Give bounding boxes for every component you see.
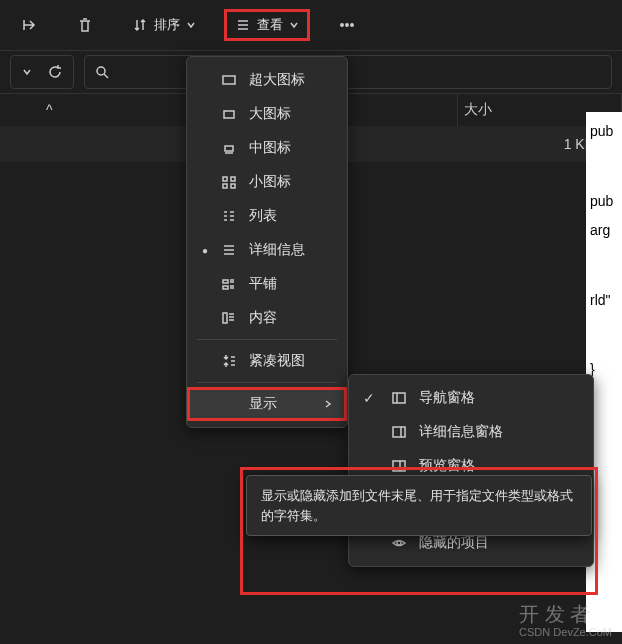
share-icon (20, 16, 38, 34)
svg-rect-4 (223, 76, 235, 84)
svg-rect-16 (393, 461, 405, 471)
svg-rect-14 (393, 393, 405, 403)
menu-separator (197, 339, 337, 340)
sort-label: 排序 (154, 16, 180, 34)
svg-point-2 (351, 24, 353, 26)
search-box[interactable] (84, 55, 612, 89)
chevron-down-icon (289, 20, 299, 30)
content-icon (221, 310, 237, 326)
chevron-down-icon (186, 20, 196, 30)
menu-large-icons[interactable]: 大图标 (187, 97, 347, 131)
col-size-label: 大小 (464, 101, 492, 119)
svg-rect-6 (225, 146, 233, 151)
list-icon (235, 17, 251, 33)
chevron-down-icon (21, 66, 33, 78)
menu-compact[interactable]: 紧凑视图 (187, 344, 347, 378)
sort-button[interactable]: 排序 (122, 10, 206, 40)
menu-extra-large-icons[interactable]: 超大图标 (187, 63, 347, 97)
svg-point-1 (346, 24, 348, 26)
svg-rect-13 (223, 313, 227, 323)
preview-pane-icon (391, 458, 407, 474)
svg-rect-12 (223, 286, 228, 289)
svg-rect-9 (223, 184, 227, 188)
svg-point-17 (397, 541, 401, 545)
small-icon (221, 174, 237, 190)
menu-medium-icons[interactable]: 中图标 (187, 131, 347, 165)
watermark: 开 发 者 CSDN DevZe.CoM (519, 601, 612, 638)
svg-rect-7 (223, 177, 227, 181)
view-label: 查看 (257, 16, 283, 34)
sort-icon (132, 17, 148, 33)
details-icon (221, 242, 237, 258)
tooltip: 显示或隐藏添加到文件末尾、用于指定文件类型或格式的字符集。 (246, 475, 592, 536)
refresh-icon[interactable] (47, 64, 63, 80)
display-submenu: ✓ 导航窗格 详细信息窗格 预览窗格 ✓ 文件扩展名 隐藏的项目 (348, 374, 594, 567)
chevron-right-icon (323, 399, 333, 409)
more-button[interactable] (328, 10, 366, 40)
svg-rect-8 (231, 177, 235, 181)
svg-point-0 (341, 24, 343, 26)
svg-rect-15 (393, 427, 405, 437)
svg-point-3 (97, 67, 105, 75)
menu-small-icons[interactable]: 小图标 (187, 165, 347, 199)
medium-icon (221, 140, 237, 156)
submenu-nav-pane[interactable]: ✓ 导航窗格 (349, 381, 593, 415)
extra-large-icon (221, 72, 237, 88)
nav-pane-icon (391, 390, 407, 406)
more-icon (338, 16, 356, 34)
menu-content[interactable]: 内容 (187, 301, 347, 335)
submenu-details-pane[interactable]: 详细信息窗格 (349, 415, 593, 449)
search-icon (95, 65, 109, 79)
svg-rect-5 (224, 111, 234, 118)
breadcrumb-segment[interactable] (10, 55, 74, 89)
view-menu: 超大图标 大图标 中图标 小图标 列表 ● 详细信息 平铺 内容 紧凑视图 (186, 56, 348, 428)
delete-button[interactable] (66, 10, 104, 40)
menu-display[interactable]: 显示 (187, 387, 347, 421)
menu-separator (197, 382, 337, 383)
details-pane-icon (391, 424, 407, 440)
view-button[interactable]: 查看 (224, 9, 310, 41)
eye-icon (391, 535, 407, 551)
list-view-icon (221, 208, 237, 224)
tiles-icon (221, 276, 237, 292)
svg-rect-10 (231, 184, 235, 188)
menu-list[interactable]: 列表 (187, 199, 347, 233)
share-button[interactable] (10, 10, 48, 40)
compact-icon (221, 353, 237, 369)
large-icon (221, 106, 237, 122)
toolbar: 排序 查看 (0, 0, 622, 50)
trash-icon (76, 16, 94, 34)
check-icon: ✓ (363, 390, 379, 406)
menu-details[interactable]: ● 详细信息 (187, 233, 347, 267)
svg-rect-11 (223, 280, 228, 283)
menu-tiles[interactable]: 平铺 (187, 267, 347, 301)
